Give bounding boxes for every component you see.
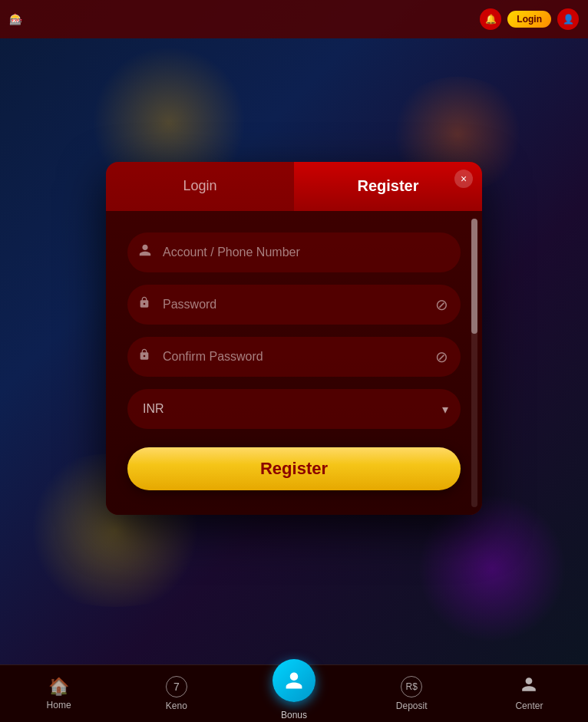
- tab-login[interactable]: Login: [106, 162, 294, 211]
- confirm-password-field-wrapper: ⊘: [127, 337, 461, 377]
- modal-overlay: Login Register ×: [0, 0, 588, 676]
- close-button[interactable]: ×: [454, 170, 473, 188]
- tab-register[interactable]: Register: [294, 162, 482, 211]
- center-label: Center: [515, 701, 543, 711]
- bonus-label: Bonus: [281, 710, 307, 720]
- bottom-nav: 🏠 Home 7 Keno Bonus R$ Deposit Center: [0, 664, 588, 722]
- home-icon: 🏠: [48, 677, 69, 697]
- sidebar-item-bonus[interactable]: Bonus: [235, 667, 352, 720]
- register-modal: Login Register ×: [106, 162, 482, 515]
- phone-field-wrapper: [127, 232, 461, 272]
- home-label: Home: [47, 700, 71, 710]
- password-input[interactable]: [127, 285, 461, 325]
- sidebar-item-home[interactable]: 🏠 Home: [0, 677, 117, 710]
- modal-body: ⊘ ⊘ INR USD EUR: [106, 211, 482, 515]
- keno-label: Keno: [166, 701, 187, 711]
- currency-select[interactable]: INR USD EUR: [127, 389, 461, 429]
- deposit-label: Deposit: [396, 701, 428, 711]
- confirm-eye-slash-icon: ⊘: [435, 348, 448, 366]
- eye-slash-icon: ⊘: [435, 295, 448, 314]
- password-field-wrapper: ⊘: [127, 285, 461, 325]
- phone-input[interactable]: [127, 232, 461, 272]
- register-button[interactable]: Register: [127, 447, 461, 490]
- currency-select-wrapper: INR USD EUR ▾: [127, 389, 461, 429]
- keno-icon: 7: [166, 676, 187, 697]
- center-icon: [520, 676, 537, 697]
- confirm-password-toggle-button[interactable]: ⊘: [435, 348, 448, 366]
- bonus-icon: [273, 659, 315, 702]
- confirm-password-input[interactable]: [127, 337, 461, 377]
- sidebar-item-deposit[interactable]: R$ Deposit: [353, 676, 471, 711]
- deposit-icon: R$: [401, 676, 422, 697]
- sidebar-item-center[interactable]: Center: [471, 676, 588, 711]
- modal-tabs: Login Register ×: [106, 162, 482, 211]
- scroll-track: [471, 219, 477, 507]
- sidebar-item-keno[interactable]: 7 Keno: [117, 676, 235, 711]
- password-toggle-button[interactable]: ⊘: [435, 295, 448, 314]
- scroll-thumb[interactable]: [471, 219, 477, 334]
